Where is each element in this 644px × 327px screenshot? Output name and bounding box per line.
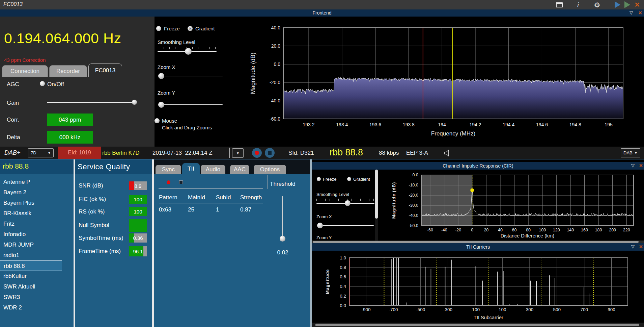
svg-text:0.0: 0.0: [274, 61, 281, 67]
quality-row-label: SymbolTime (ms): [79, 235, 123, 242]
service-item[interactable]: Bayern 2: [0, 187, 74, 198]
cir-close-icon[interactable]: ✕: [639, 163, 643, 168]
tii-carriers-plot[interactable]: 1.00.80.60.40.20.0-900-700-500-300-10010…: [312, 251, 644, 323]
service-id-label: SId: D321: [288, 150, 314, 156]
service-item[interactable]: SWR Aktuell: [0, 281, 74, 292]
svg-text:20: 20: [484, 228, 488, 232]
service-item[interactable]: Antenne P: [0, 177, 74, 187]
svg-text:0.6: 0.6: [340, 274, 346, 279]
service-item[interactable]: Bayern Plus: [0, 198, 74, 208]
frontend-close-icon[interactable]: ✕: [638, 10, 642, 16]
service-item[interactable]: SWR3: [0, 292, 74, 302]
tii-close-icon[interactable]: ✕: [639, 244, 643, 249]
service-item[interactable]: Fritz: [0, 219, 74, 229]
service-item[interactable]: BR-Klassik: [0, 208, 74, 219]
cir-plot[interactable]: 0.0-10.0-20.0-30.0-40.0-50.0-60-40-20020…: [380, 170, 644, 241]
svg-text:0.0: 0.0: [413, 173, 418, 177]
service-item[interactable]: WDR 2: [0, 302, 74, 313]
spectrum-smoothing-handle[interactable]: [185, 48, 192, 55]
frontend-collapse-icon[interactable]: ▽: [629, 10, 633, 15]
timestamp: 2019-07-13 22:04:14 Z: [152, 150, 213, 156]
svg-text:-500: -500: [416, 307, 425, 312]
spectrum-freeze-radio[interactable]: [156, 26, 161, 31]
svg-text:900: 900: [608, 307, 615, 312]
window-icon[interactable]: [555, 1, 563, 8]
info-icon[interactable]: i: [573, 1, 582, 8]
detail-scrollbar[interactable]: [310, 159, 312, 327]
tii-collapse-icon[interactable]: ▽: [631, 244, 635, 249]
svg-text:-100: -100: [471, 307, 480, 312]
settings-gear-icon[interactable]: ⚙: [593, 1, 601, 8]
divider: [159, 188, 263, 189]
mouse-mode-radio[interactable]: [155, 118, 160, 123]
channel-select[interactable]: 7D▼: [28, 148, 54, 157]
speaker-icon[interactable]: [443, 148, 452, 159]
spectrum-zoomx-slider[interactable]: [159, 76, 223, 76]
service-quality-header: Service Quality: [75, 159, 152, 174]
detail-tab-audio[interactable]: Audio: [201, 165, 225, 174]
threshold-slider-handle[interactable]: [280, 236, 285, 242]
frontend-title: Frontend: [0, 10, 644, 16]
spectrum-zoomx-handle[interactable]: [158, 73, 164, 79]
play-blue-icon[interactable]: [613, 1, 621, 8]
output-select[interactable]: DAB▼: [621, 148, 640, 157]
spectrum-gradient-radio[interactable]: ✕: [188, 26, 193, 31]
svg-text:500: 500: [553, 307, 561, 312]
service-item[interactable]: rbbKultur: [0, 271, 74, 281]
svg-text:-300: -300: [443, 307, 452, 312]
spectrum-zoomy-handle[interactable]: [158, 102, 164, 108]
tuner-tab-fc0013[interactable]: FC0013: [88, 64, 122, 77]
record-button[interactable]: [252, 148, 262, 158]
svg-text:100: 100: [499, 307, 506, 312]
svg-text:194.4: 194.4: [503, 122, 514, 127]
detail-tab-sync[interactable]: Sync: [156, 165, 181, 174]
tii-record-icon[interactable]: [167, 180, 170, 184]
tii-hscrollbar[interactable]: [312, 323, 644, 327]
detail-tab-options[interactable]: Options: [254, 165, 286, 174]
service-item[interactable]: rbb 88.8: [0, 260, 62, 271]
threshold-slider[interactable]: [282, 196, 283, 239]
tuner-tab-connection[interactable]: Connection: [2, 65, 48, 77]
detail-tab-aac[interactable]: AAC: [230, 165, 249, 174]
svg-text:1.0: 1.0: [340, 255, 346, 260]
tuner-tab-recorder[interactable]: Recorder: [49, 65, 87, 77]
quality-bar-value: 100: [129, 207, 147, 216]
svg-text:160: 160: [581, 228, 588, 232]
play-green-icon[interactable]: [623, 1, 631, 8]
cir-gradient-radio[interactable]: [347, 177, 351, 181]
tii-table: PatternMainIdSubIdStrength 0x632510.87: [159, 194, 263, 213]
delta-value-box: 000 kHz: [47, 131, 93, 144]
cir-collapse-icon[interactable]: ▽: [631, 163, 635, 168]
cir-smoothing-handle[interactable]: [345, 200, 351, 206]
svg-text:193.4: 193.4: [336, 122, 348, 127]
detail-tab-tii[interactable]: TII: [182, 163, 200, 174]
svg-text:-60.0: -60.0: [270, 116, 280, 122]
cir-freeze-radio[interactable]: [317, 177, 321, 181]
gain-slider-handle[interactable]: [132, 100, 137, 105]
cir-scrollbar[interactable]: [375, 170, 378, 241]
cir-zoomy-label: Zoom Y: [316, 235, 332, 240]
service-item[interactable]: MDR JUMP: [0, 240, 74, 250]
frontend-spectrum-plot[interactable]: 40.020.00.0-20.0-40.0-60.0193.2193.4193.…: [236, 17, 644, 147]
agc-radio[interactable]: [40, 81, 45, 86]
svg-text:194: 194: [438, 122, 446, 127]
svg-text:Magnitude: Magnitude: [325, 269, 330, 294]
quality-bar: 8.9: [129, 181, 147, 190]
tii-stop-icon[interactable]: [179, 180, 183, 184]
mouse-mode-label: Mouse: [162, 118, 177, 124]
stop-button[interactable]: [265, 148, 275, 158]
gain-slider[interactable]: [47, 102, 137, 103]
close-app-icon[interactable]: ✕: [633, 1, 641, 8]
cir-hscrollbar[interactable]: [312, 241, 644, 243]
cir-zoomx-handle[interactable]: [317, 223, 323, 228]
service-dropdown-button[interactable]: ▼: [232, 148, 244, 158]
tii-carriers-body: 1.00.80.60.40.20.0-900-700-500-300-10010…: [312, 251, 644, 323]
service-item[interactable]: Inforadio: [0, 229, 74, 240]
service-item[interactable]: radio1: [0, 250, 74, 260]
service-quality-title: Service Quality: [78, 162, 130, 171]
spectrum-zoomy-slider[interactable]: [159, 104, 223, 105]
quality-bar-value: 0.36: [129, 233, 147, 243]
svg-text:0: 0: [471, 228, 473, 232]
cir-zoomx-slider[interactable]: [317, 225, 374, 226]
tii-table-header: PatternMainIdSubIdStrength: [159, 194, 263, 203]
